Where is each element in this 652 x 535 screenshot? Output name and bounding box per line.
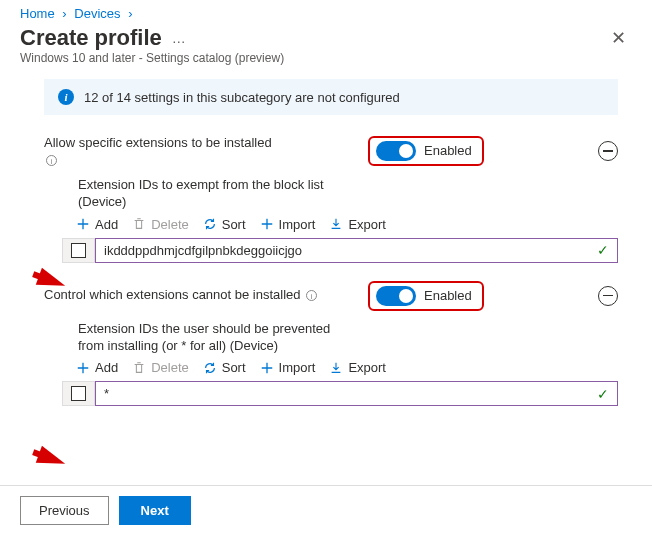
add-label: Add — [95, 217, 118, 232]
export-label: Export — [348, 217, 386, 232]
import-button[interactable]: Import — [260, 217, 316, 232]
add-label: Add — [95, 360, 118, 375]
row-checkbox[interactable] — [71, 386, 86, 401]
plus-icon — [76, 217, 90, 231]
sort-icon — [203, 217, 217, 231]
export-button[interactable]: Export — [329, 360, 386, 375]
add-button[interactable]: Add — [76, 217, 118, 232]
toggle-state-label: Enabled — [424, 288, 472, 303]
plus-icon — [260, 217, 274, 231]
sort-label: Sort — [222, 217, 246, 232]
delete-button: Delete — [132, 360, 189, 375]
setting-block-extensions-label: Control which extensions cannot be insta… — [44, 287, 301, 302]
list-toolbar: Add Delete Sort Import Export — [76, 360, 618, 375]
highlight-annotation: Enabled — [368, 136, 484, 166]
info-banner: i 12 of 14 settings in this subcategory … — [44, 79, 618, 115]
more-actions-button[interactable]: … — [172, 30, 188, 46]
trash-icon — [132, 217, 146, 231]
wizard-footer: Previous Next — [0, 485, 652, 535]
extension-id-input[interactable] — [104, 386, 589, 401]
chevron-right-icon: › — [128, 6, 132, 21]
plus-icon — [260, 361, 274, 375]
setting-allow-extensions-sublabel: Extension IDs to exempt from the block l… — [78, 177, 338, 211]
sort-label: Sort — [222, 360, 246, 375]
remove-setting-button[interactable] — [598, 141, 618, 161]
delete-button: Delete — [132, 217, 189, 232]
breadcrumb-home[interactable]: Home — [20, 6, 55, 21]
export-label: Export — [348, 360, 386, 375]
setting-allow-extensions-label: Allow specific extensions to be installe… — [44, 135, 304, 152]
extension-id-row: ✓ — [62, 238, 618, 263]
next-button[interactable]: Next — [119, 496, 191, 525]
extension-id-cell: ✓ — [95, 381, 618, 406]
delete-label: Delete — [151, 360, 189, 375]
extension-id-cell: ✓ — [95, 238, 618, 263]
page-subtitle: Windows 10 and later - Settings catalog … — [0, 51, 652, 79]
checkmark-icon: ✓ — [597, 242, 609, 258]
toggle-block-extensions[interactable] — [376, 286, 416, 306]
import-button[interactable]: Import — [260, 360, 316, 375]
close-button[interactable]: ✕ — [605, 27, 632, 49]
info-icon: i — [58, 89, 74, 105]
previous-button[interactable]: Previous — [20, 496, 109, 525]
toggle-state-label: Enabled — [424, 143, 472, 158]
list-toolbar: Add Delete Sort Import Export — [76, 217, 618, 232]
info-ring-icon[interactable]: i — [306, 290, 317, 301]
chevron-right-icon: › — [62, 6, 66, 21]
plus-icon — [76, 361, 90, 375]
page-title: Create profile — [20, 25, 162, 51]
download-icon — [329, 361, 343, 375]
breadcrumb: Home › Devices › — [0, 0, 652, 23]
breadcrumb-devices[interactable]: Devices — [74, 6, 120, 21]
trash-icon — [132, 361, 146, 375]
sort-button[interactable]: Sort — [203, 217, 246, 232]
extension-id-input[interactable] — [104, 243, 589, 258]
import-label: Import — [279, 217, 316, 232]
info-banner-text: 12 of 14 settings in this subcategory ar… — [84, 90, 400, 105]
sort-button[interactable]: Sort — [203, 360, 246, 375]
sort-icon — [203, 361, 217, 375]
extension-id-row: ✓ — [62, 381, 618, 406]
remove-setting-button[interactable] — [598, 286, 618, 306]
info-ring-icon[interactable]: i — [46, 155, 57, 166]
export-button[interactable]: Export — [329, 217, 386, 232]
add-button[interactable]: Add — [76, 360, 118, 375]
arrow-annotation — [36, 446, 68, 472]
row-checkbox[interactable] — [71, 243, 86, 258]
download-icon — [329, 217, 343, 231]
row-checkbox-cell — [62, 238, 95, 263]
import-label: Import — [279, 360, 316, 375]
toggle-allow-extensions[interactable] — [376, 141, 416, 161]
checkmark-icon: ✓ — [597, 386, 609, 402]
highlight-annotation: Enabled — [368, 281, 484, 311]
row-checkbox-cell — [62, 381, 95, 406]
setting-block-extensions-sublabel: Extension IDs the user should be prevent… — [78, 321, 338, 355]
delete-label: Delete — [151, 217, 189, 232]
